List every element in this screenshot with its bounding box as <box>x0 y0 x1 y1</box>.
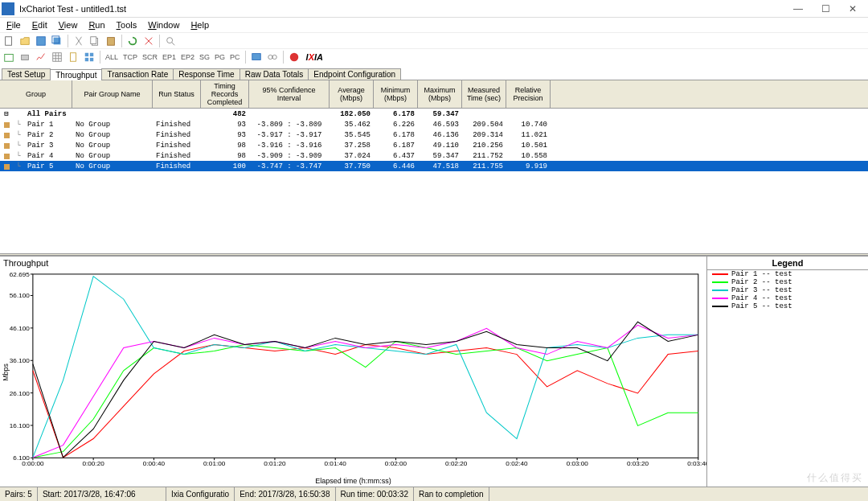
new-icon[interactable] <box>2 34 16 48</box>
find-icon[interactable] <box>163 34 178 48</box>
legend-item[interactable]: Pair 5 -- test <box>707 302 868 310</box>
result-tabs: Test Setup Throughput Transaction Rate R… <box>0 66 868 80</box>
svg-text:56.100: 56.100 <box>10 293 31 300</box>
paste-icon[interactable] <box>104 34 118 48</box>
tab-endpoint-config[interactable]: Endpoint Configuration <box>308 68 401 80</box>
open-icon[interactable] <box>18 34 32 48</box>
save-all-icon[interactable] <box>50 34 64 48</box>
table-row[interactable]: └ Pair 5 No Group Finished 100 -3.747 : … <box>0 161 868 171</box>
legend-title: Legend <box>707 257 868 270</box>
save-icon[interactable] <box>34 34 48 48</box>
filter-sg[interactable]: SG <box>198 53 211 61</box>
table-icon[interactable] <box>50 50 64 64</box>
col-max[interactable]: Maximum (Mbps) <box>418 80 462 108</box>
svg-rect-16 <box>252 53 260 60</box>
menu-tools[interactable]: Tools <box>112 20 142 30</box>
svg-text:62.695: 62.695 <box>10 271 31 278</box>
col-pair-name[interactable]: Pair Group Name <box>72 80 153 108</box>
collapse-icon[interactable]: ⊟ <box>4 109 8 118</box>
chart-title: Throughput <box>0 257 706 269</box>
svg-point-18 <box>272 55 276 59</box>
menu-window[interactable]: Window <box>143 20 184 30</box>
filter-all[interactable]: ALL <box>104 53 120 61</box>
svg-rect-11 <box>71 52 76 61</box>
ixia-logo: IXIA <box>306 52 323 62</box>
col-avg[interactable]: Average (Mbps) <box>330 80 374 108</box>
menu-view[interactable]: View <box>54 20 83 30</box>
menu-edit[interactable]: Edit <box>27 20 52 30</box>
svg-rect-10 <box>53 52 62 61</box>
close-button[interactable]: ✕ <box>839 1 866 17</box>
delete-icon[interactable] <box>141 34 156 48</box>
menu-bar: File Edit View Run Tools Window Help <box>0 18 868 32</box>
col-run-status[interactable]: Run Status <box>153 80 201 108</box>
svg-text:0:02:00: 0:02:00 <box>385 460 407 467</box>
col-group[interactable]: Group <box>0 80 72 108</box>
svg-rect-9 <box>22 55 29 60</box>
legend-item[interactable]: Pair 4 -- test <box>707 294 868 302</box>
legend-pane: Legend Pair 1 -- testPair 2 -- testPair … <box>707 257 868 487</box>
menu-run[interactable]: Run <box>84 20 109 30</box>
col-confidence[interactable]: 95% Confidence Interval <box>249 80 330 108</box>
print-icon[interactable] <box>18 50 32 64</box>
tab-response-time[interactable]: Response Time <box>173 68 240 80</box>
col-min[interactable]: Minimum (Mbps) <box>374 80 418 108</box>
filter-scr[interactable]: SCR <box>141 53 159 61</box>
svg-text:Mbps: Mbps <box>2 363 10 381</box>
svg-text:0:01:00: 0:01:00 <box>203 460 226 467</box>
chart-icon[interactable] <box>34 50 48 64</box>
filter-pc[interactable]: PC <box>228 53 242 61</box>
table-row[interactable]: └ Pair 2 No Group Finished 93 -3.917 : -… <box>0 129 868 140</box>
filter-tcp[interactable]: TCP <box>121 53 139 61</box>
svg-rect-20 <box>4 122 10 128</box>
title-bar: IxChariot Test - untitled1.tst — ☐ ✕ <box>0 0 868 18</box>
legend-item[interactable]: Pair 2 -- test <box>707 278 868 286</box>
menu-help[interactable]: Help <box>186 20 214 30</box>
legend-item[interactable]: Pair 1 -- test <box>707 270 868 278</box>
grid-icon[interactable] <box>82 50 96 64</box>
legend-item[interactable]: Pair 3 -- test <box>707 286 868 294</box>
tab-raw-data-totals[interactable]: Raw Data Totals <box>240 68 309 80</box>
svg-rect-0 <box>6 36 12 45</box>
grid-body[interactable]: ⊟ All Pairs 482 182.050 6.178 59.347 └ P… <box>0 109 868 253</box>
minimize-button[interactable]: — <box>784 1 812 17</box>
svg-rect-6 <box>108 37 115 45</box>
tab-test-setup[interactable]: Test Setup <box>2 68 51 80</box>
summary-row[interactable]: ⊟ All Pairs 482 182.050 6.178 59.347 <box>0 109 868 119</box>
svg-rect-14 <box>85 57 88 60</box>
filter-ep2[interactable]: EP2 <box>179 53 196 61</box>
export-icon[interactable] <box>2 50 16 64</box>
svg-point-19 <box>289 52 298 61</box>
cut-icon[interactable] <box>72 34 86 48</box>
status-start: Start: 2017/3/28, 16:47:06 <box>38 487 166 501</box>
col-timing-records[interactable]: Timing Records Completed <box>201 80 249 108</box>
menu-file[interactable]: File <box>2 20 26 30</box>
col-time[interactable]: Measured Time (sec) <box>462 80 506 108</box>
table-row[interactable]: └ Pair 3 No Group Finished 98 -3.916 : -… <box>0 140 868 150</box>
status-pairs: Pairs: 5 <box>0 487 38 501</box>
stop-icon[interactable] <box>287 50 301 64</box>
refresh-icon[interactable] <box>125 34 140 48</box>
app-icon <box>2 2 14 15</box>
table-row[interactable]: └ Pair 1 No Group Finished 93 -3.809 : -… <box>0 119 868 129</box>
svg-rect-1 <box>37 36 46 45</box>
report-icon[interactable] <box>66 50 80 64</box>
svg-text:0:01:20: 0:01:20 <box>264 460 286 467</box>
svg-text:0:02:20: 0:02:20 <box>445 460 468 467</box>
svg-rect-23 <box>4 154 10 159</box>
svg-rect-5 <box>91 36 96 43</box>
svg-text:16.100: 16.100 <box>10 422 31 429</box>
filter-pg[interactable]: PG <box>213 53 227 61</box>
monitor-icon[interactable] <box>249 50 264 64</box>
svg-text:0:00:20: 0:00:20 <box>83 460 105 467</box>
maximize-button[interactable]: ☐ <box>812 1 839 17</box>
copy-icon[interactable] <box>88 34 102 48</box>
tab-throughput[interactable]: Throughput <box>50 69 102 80</box>
status-config: Ixia Configuratio <box>166 487 235 501</box>
filter-ep1[interactable]: EP1 <box>161 53 178 61</box>
link-icon[interactable] <box>265 50 280 64</box>
svg-text:0:00:00: 0:00:00 <box>22 460 44 467</box>
table-row[interactable]: └ Pair 4 No Group Finished 98 -3.909 : -… <box>0 150 868 161</box>
col-precision[interactable]: Relative Precision <box>506 80 551 108</box>
tab-transaction-rate[interactable]: Transaction Rate <box>101 68 174 80</box>
